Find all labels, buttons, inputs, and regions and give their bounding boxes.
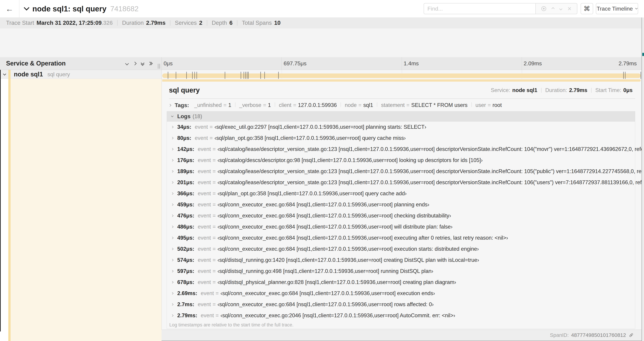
log-expand-chevron-icon <box>171 126 174 128</box>
log-expand-chevron-icon <box>171 181 174 184</box>
log-row[interactable]: 597μs:event=‹sql/distsql_running.go:498 … <box>167 266 635 277</box>
find-clear-icon[interactable]: × <box>568 5 571 12</box>
log-marker-tick <box>196 72 197 79</box>
keyboard-shortcuts-button[interactable]: ⌘ <box>581 3 593 14</box>
log-field-key: event <box>198 224 211 230</box>
tags-row[interactable]: Tags: _unfinished=1_verbose=1client=127.… <box>169 101 502 109</box>
find-prev-icon[interactable] <box>552 7 554 10</box>
log-row[interactable]: 80μs:event=‹sql/plan_opt.go:358 [nsql1,c… <box>167 133 635 144</box>
tag-key: user <box>476 102 486 108</box>
log-row[interactable]: 189μs:event=‹sql/catalog/lease/descripto… <box>167 166 635 177</box>
log-equals: = <box>212 190 216 197</box>
locate-icon[interactable] <box>541 6 546 11</box>
log-marker-tick <box>244 72 244 79</box>
trace-title-group: node sql1: sql query 7418682 <box>24 0 138 18</box>
log-equals: = <box>212 235 216 241</box>
log-row[interactable]: 34μs:event=‹sql/exec_util.go:2297 [nsql1… <box>167 121 635 133</box>
log-row[interactable]: 459μs:event=‹sql/conn_executor_exec.go:6… <box>167 199 635 210</box>
column-divider <box>162 57 162 70</box>
child-span-bar[interactable] <box>162 79 641 82</box>
log-expand-chevron-icon <box>171 159 174 161</box>
tag-divider <box>340 102 341 107</box>
trace-summary-bar: Trace Start March 31 2022, 17:25:09.326D… <box>0 18 644 28</box>
log-row[interactable]: 201μs:event=‹sql/catalog/lease/descripto… <box>167 177 635 188</box>
chevron-down-icon <box>635 7 638 9</box>
back-button[interactable]: ← <box>0 0 20 18</box>
view-selector-button[interactable]: Trace Timeline <box>596 3 638 14</box>
collapse-all-icon[interactable] <box>141 62 144 65</box>
log-expand-chevron-icon <box>171 192 174 195</box>
timeline-header-row: Service & Operation 0μs697.75μs1.4ms2.09… <box>0 57 644 70</box>
log-expand-chevron-icon <box>171 148 174 150</box>
log-row[interactable]: 574μs:event=‹sql/distsql_running.go:1420… <box>167 254 635 266</box>
expand-collapse-controls <box>126 57 152 70</box>
log-row[interactable]: 486μs:event=‹sql/conn_executor_exec.go:6… <box>167 221 635 232</box>
log-timestamp: 597μs: <box>177 268 194 274</box>
log-row[interactable]: 176μs:event=‹sql/catalog/descs/descripto… <box>167 155 635 166</box>
back-arrow-icon: ← <box>6 4 14 14</box>
tag-equals: = <box>406 102 410 108</box>
log-equals: = <box>212 157 216 163</box>
collapse-trace-chevron-icon[interactable] <box>24 6 28 11</box>
log-timestamp: 574μs: <box>177 257 194 263</box>
log-equals: = <box>212 257 216 263</box>
tag-key: node <box>345 102 356 108</box>
summary-value: March 31 2022, 17:25:09 <box>36 20 102 26</box>
log-equals: = <box>216 312 219 319</box>
log-row[interactable]: 366μs:event=‹sql/plan_opt.go:358 [nsql1,… <box>167 188 635 199</box>
log-expand-chevron-icon <box>171 259 174 261</box>
log-row[interactable]: 2.69ms:event=‹sql/conn_executor_exec.go:… <box>167 288 635 299</box>
collapse-one-icon[interactable] <box>125 62 129 65</box>
log-marker-tick <box>225 72 225 79</box>
minimap-section: 0μs697.75μs1.4ms2.09ms2.79ms <box>0 28 644 57</box>
log-expand-chevron-icon <box>171 281 174 283</box>
summary-divider <box>237 20 237 26</box>
find-input[interactable] <box>424 3 536 14</box>
tags-expand-chevron-icon <box>168 104 172 107</box>
log-marker-tick <box>278 72 279 79</box>
timeline-tick-label: 1.4ms <box>404 57 419 70</box>
log-equals: = <box>212 301 216 307</box>
span-row-label[interactable]: node sql1 sql query <box>14 70 70 79</box>
log-equals: = <box>212 168 216 174</box>
log-expand-chevron-icon <box>171 292 174 294</box>
meta-value: 0μs <box>624 87 632 93</box>
logs-header[interactable]: Logs (18) <box>167 111 635 121</box>
log-row[interactable]: 142μs:event=‹sql/catalog/lease/descripto… <box>167 144 635 155</box>
tag-equals: = <box>488 102 491 108</box>
log-row[interactable]: 495μs:event=‹sql/conn_executor_exec.go:6… <box>167 232 635 243</box>
timeline-tick-label: 2.79ms <box>618 57 637 70</box>
log-marker-tick <box>260 72 261 79</box>
span-collapse-chevron-icon[interactable] <box>4 73 6 76</box>
log-row[interactable]: 2.7ms:event=‹sql/conn_executor_exec.go:6… <box>167 299 635 310</box>
log-marker-tick <box>625 72 626 79</box>
log-equals: = <box>212 213 216 219</box>
span-row-name-cell[interactable]: node sql1 sql query <box>0 70 162 79</box>
meta-value: node sql1 <box>512 87 537 93</box>
log-row[interactable]: 476μs:event=‹sql/conn_executor_exec.go:6… <box>167 210 635 221</box>
service-operation-header: Service & Operation <box>6 57 66 70</box>
span-duration-bar[interactable] <box>162 74 641 78</box>
log-field-value: ‹sql/distsql_running.go:1420 [nsql1,clie… <box>218 257 479 263</box>
summary-divider <box>117 20 118 26</box>
log-row[interactable]: 678μs:event=‹sql/distsql_physical_planne… <box>167 277 635 288</box>
tag-value: sql1 <box>363 102 373 108</box>
log-timestamp: 34μs: <box>177 124 191 130</box>
spanid-value: 4877749850101760812 <box>571 332 626 338</box>
expand-all-icon[interactable] <box>149 62 152 65</box>
summary-divider <box>207 20 207 26</box>
tag-value: SELECT * FROM users <box>411 102 468 108</box>
deep-link-icon[interactable] <box>628 332 634 338</box>
column-resizer[interactable] <box>158 64 160 69</box>
log-row[interactable]: 502μs:event=‹sql/conn_executor_exec.go:6… <box>167 243 635 254</box>
log-field-key: event <box>198 268 211 274</box>
expand-one-icon[interactable] <box>133 62 136 65</box>
meta-divider <box>591 88 592 93</box>
meta-divider <box>541 88 542 93</box>
right-scrollbar-rail[interactable] <box>642 18 644 341</box>
meta-label: Duration: <box>545 87 567 93</box>
find-next-icon[interactable] <box>559 7 562 10</box>
log-row[interactable]: 2.79ms:event=‹sql/conn_executor_exec.go:… <box>167 310 635 321</box>
log-expand-chevron-icon <box>171 314 174 317</box>
span-detail-meta: Service:node sql1Duration:2.79msStart Ti… <box>491 87 632 93</box>
